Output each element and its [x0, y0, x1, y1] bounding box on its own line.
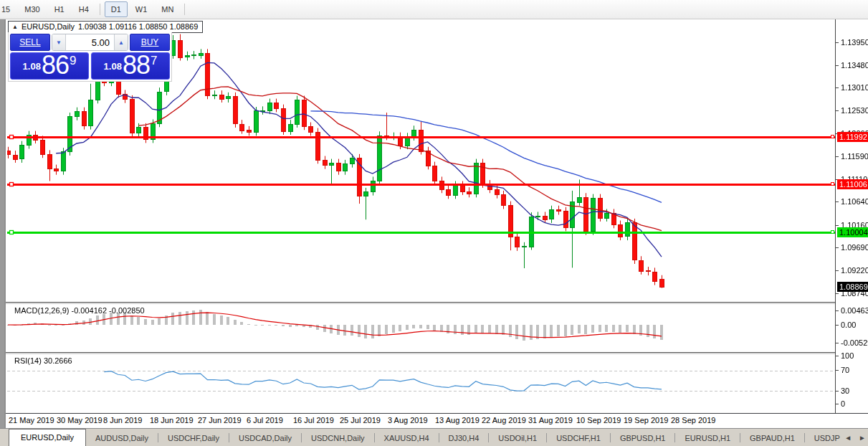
chart-tab-usdchf-h1[interactable]: USDCHF,H1: [547, 431, 610, 446]
date-axis-label: 8 Jun 2019: [103, 416, 142, 424]
volume-decrease-button[interactable]: ▼: [52, 34, 66, 50]
date-axis-label: 30 May 2019: [57, 416, 102, 424]
collapse-panel-icon[interactable]: ▲: [12, 24, 18, 30]
price-axis-label: 1.11590: [841, 152, 868, 161]
date-axis-label: 18 Jun 2019: [150, 416, 194, 424]
axis-tick-mark: [836, 391, 839, 392]
date-axis-label: 28 Sep 2019: [671, 416, 715, 424]
chart-tab-usdcnh-daily[interactable]: USDCNH,Daily: [302, 431, 374, 446]
price-axis-label: 1.13480: [841, 61, 868, 70]
rsi-axis-label: 100: [841, 351, 854, 360]
axis-tick-mark: [836, 356, 839, 356]
chart-tab-audusd-daily[interactable]: AUDUSD,Daily: [86, 431, 158, 446]
macd-axis-label: 0.00: [841, 321, 856, 329]
tab-scroll-left-icon[interactable]: ◄: [844, 434, 852, 442]
ask-prefix: 1.08: [104, 56, 122, 77]
date-axis-label: 10 Sep 2019: [576, 416, 621, 424]
ask-big-digits: 88: [123, 53, 150, 77]
macd-pane-separator[interactable]: [6, 302, 868, 304]
rsi-axis-label: 30: [841, 386, 849, 395]
chart-ohlc-values: 1.09038 1.09116 1.08850 1.08869: [78, 22, 198, 31]
axis-tick-mark: [836, 156, 839, 157]
axis-tick-mark: [836, 343, 839, 343]
chart-title-box: ▲ EURUSD,Daily 1.09038 1.09116 1.08850 1…: [8, 21, 203, 33]
tab-scroll-arrows: ◄ ►: [840, 434, 866, 442]
sell-button[interactable]: SELL: [10, 34, 50, 51]
buy-button[interactable]: BUY: [130, 34, 170, 51]
date-axis-label: 27 Jun 2019: [198, 416, 242, 424]
level-price-badge: 1.11006: [837, 179, 868, 189]
date-axis-label: 22 Aug 2019: [482, 416, 526, 424]
price-axis-label: 1.09690: [841, 243, 868, 252]
chart-tab-gbpaud-h1[interactable]: GBPAUD,H1: [740, 431, 804, 446]
terminal-root: 15M30H1H4D1W1MN 1.139501.134801.130101.1…: [0, 0, 868, 446]
chart-tab-usdchf-daily[interactable]: USDCHF,Daily: [158, 431, 229, 446]
macd-axis-label: 0.00463: [841, 306, 868, 315]
axis-tick-mark: [836, 404, 839, 404]
axis-tick-mark: [836, 370, 839, 371]
volume-spinner: ▼ 5.00 ▲: [52, 34, 128, 51]
date-axis-label: 6 Jul 2019: [247, 416, 283, 424]
price-axis-label: 1.13950: [841, 38, 868, 47]
date-axis-label: 16 Jul 2019: [293, 416, 334, 424]
chart-tab-eurusd-daily[interactable]: EURUSD,Daily: [9, 429, 86, 446]
price-axis-label: 1.09220: [841, 266, 868, 275]
timeframe-button-d1[interactable]: D1: [105, 1, 128, 17]
chart-window: 1.139501.134801.130101.125301.120601.115…: [4, 19, 868, 428]
rsi-axis-label: 0: [841, 399, 845, 408]
chart-tab-bar: EURUSD,DailyAUDUSD,DailyUSDCHF,DailyUSDC…: [0, 428, 868, 446]
axis-tick-mark: [836, 87, 839, 88]
date-axis-label: 25 Jul 2019: [340, 416, 381, 424]
chart-tab-eurusd-h1[interactable]: EURUSD,H1: [675, 431, 740, 446]
axis-tick-mark: [836, 225, 839, 226]
timeframe-button-h4[interactable]: H4: [72, 1, 95, 17]
price-axis-label: 1.10640: [841, 197, 868, 206]
tab-scroll-right-icon[interactable]: ►: [859, 434, 866, 442]
macd-axis-label: -0.005299: [841, 338, 868, 347]
chart-tab-gbpusd-h1[interactable]: GBPUSD,H1: [611, 431, 675, 446]
timeframe-button-15[interactable]: 15: [0, 1, 16, 17]
toolbar-separator: [100, 4, 100, 15]
chart-tab-xauusd-h4[interactable]: XAUUSD,H4: [375, 431, 439, 446]
axis-tick-mark: [836, 110, 839, 111]
date-axis-label: 21 May 2019: [9, 416, 54, 424]
line-handle-icon[interactable]: [831, 182, 834, 186]
chart-tab-usdoil-h1[interactable]: USDOil,H1: [489, 431, 546, 446]
rsi-indicator-label: RSI(14) 30.2666: [14, 356, 72, 365]
axis-tick-mark: [836, 42, 839, 43]
volume-input[interactable]: 5.00: [66, 34, 114, 50]
rsi-pane-canvas[interactable]: [7, 354, 835, 411]
date-axis-label: 19 Sep 2019: [624, 416, 668, 424]
chart-symbol-label: EURUSD,Daily: [22, 22, 75, 31]
date-axis: 21 May 201930 May 20198 Jun 201918 Jun 2…: [6, 413, 868, 428]
triangle-up-icon: ▲: [118, 39, 124, 46]
ask-quote-box[interactable]: 1.08 88 7: [91, 52, 170, 80]
date-axis-label: 31 Aug 2019: [528, 416, 573, 424]
triangle-down-icon: ▼: [56, 39, 62, 46]
level-price-badge: 1.10004: [837, 227, 868, 237]
volume-increase-button[interactable]: ▲: [114, 34, 128, 50]
timeframe-button-mn[interactable]: MN: [155, 1, 180, 17]
date-axis-label: 13 Aug 2019: [435, 416, 480, 424]
chart-tab-dj30-h4[interactable]: DJ30,H4: [439, 431, 489, 446]
bid-pip-digit: 9: [70, 55, 76, 66]
timeframe-button-h1[interactable]: H1: [48, 1, 71, 17]
date-axis-label: 3 Aug 2019: [388, 416, 428, 424]
one-click-trade-panel: SELL ▼ 5.00 ▲ BUY 1.08 86 9: [8, 32, 172, 82]
rsi-axis-label: 70: [841, 366, 849, 374]
line-handle-icon[interactable]: [831, 230, 834, 234]
axis-tick-mark: [836, 325, 839, 326]
axis-tick-mark: [836, 247, 839, 248]
axis-tick-mark: [836, 270, 839, 271]
chart-tab-usdcad-daily[interactable]: USDCAD,Daily: [229, 431, 301, 446]
line-handle-icon[interactable]: [831, 135, 834, 138]
axis-tick-mark: [836, 310, 839, 311]
ask-pip-digit: 7: [151, 55, 157, 66]
timeframe-toolbar: 15M30H1H4D1W1MN: [0, 0, 868, 19]
timeframe-button-w1[interactable]: W1: [129, 1, 154, 17]
bid-quote-box[interactable]: 1.08 86 9: [10, 52, 89, 80]
bid-prefix: 1.08: [23, 56, 41, 77]
rsi-pane-separator[interactable]: [6, 352, 868, 354]
axis-border-line: [835, 19, 836, 413]
timeframe-button-m30[interactable]: M30: [18, 1, 46, 17]
